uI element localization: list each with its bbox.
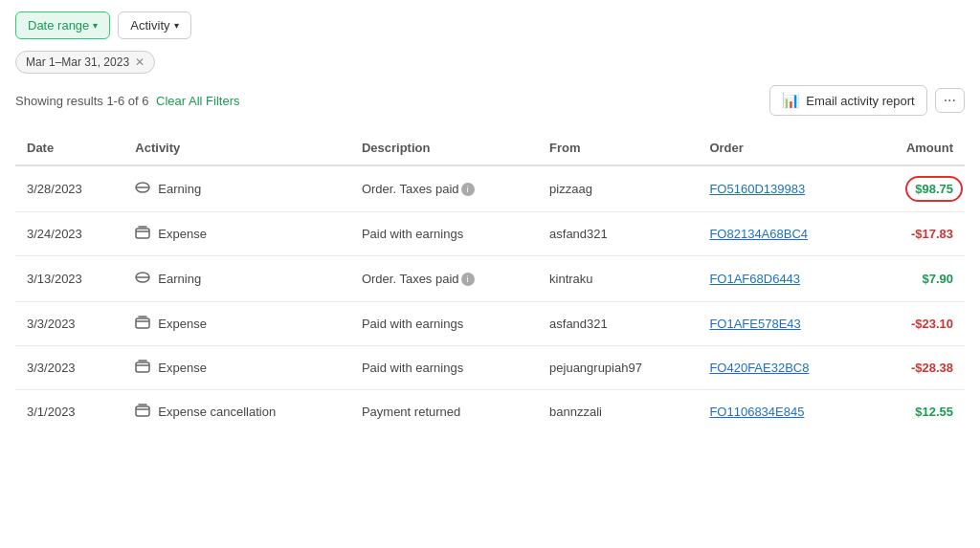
close-icon[interactable]: ✕ — [135, 55, 145, 69]
amount-value: -$28.38 — [911, 361, 953, 375]
cell-date: 3/3/2023 — [15, 346, 123, 390]
cell-description: Paid with earnings — [350, 212, 538, 256]
cell-date: 3/1/2023 — [15, 390, 123, 434]
cell-activity: Expense cancellation — [123, 390, 350, 434]
cell-order[interactable]: FO82134A68BC4 — [698, 212, 867, 256]
cell-amount: -$17.83 — [868, 212, 965, 256]
table-row: 3/3/2023 ExpensePaid with earningsasfand… — [15, 302, 965, 346]
email-report-icon: 📊 — [782, 92, 800, 109]
table-row: 3/1/2023 Expense cancellationPayment ret… — [15, 390, 965, 434]
cell-from: pizzaag — [538, 165, 698, 212]
col-order: Order — [698, 131, 867, 165]
cell-description: Order. Taxes paidi — [350, 256, 538, 302]
col-from: From — [538, 131, 698, 165]
cell-order[interactable]: FO420FAE32BC8 — [698, 346, 867, 390]
right-actions: 📊 Email activity report ··· — [769, 85, 965, 116]
results-summary: Showing results 1-6 of 6 Clear All Filte… — [15, 94, 240, 108]
col-description: Description — [350, 131, 538, 165]
expense-icon — [135, 316, 150, 332]
info-icon[interactable]: i — [461, 183, 475, 196]
col-amount: Amount — [868, 131, 965, 165]
amount-value: $7.90 — [922, 272, 953, 286]
order-link[interactable]: FO1106834E845 — [709, 405, 804, 419]
cell-amount: -$23.10 — [868, 302, 965, 346]
activity-label: Expense — [158, 317, 207, 331]
amount-value: -$17.83 — [911, 227, 953, 241]
cell-order[interactable]: FO1AFE578E43 — [698, 302, 867, 346]
cell-date: 3/13/2023 — [15, 256, 123, 302]
chevron-down-icon: ▾ — [174, 20, 179, 31]
cell-amount: $12.55 — [868, 390, 965, 434]
active-filters-row: Mar 1–Mar 31, 2023 ✕ — [15, 51, 965, 74]
col-date: Date — [15, 131, 123, 165]
table-header-row: Date Activity Description From Order Amo… — [15, 131, 965, 165]
clear-all-filters-link[interactable]: Clear All Filters — [156, 94, 239, 108]
activity-table: Date Activity Description From Order Amo… — [15, 131, 965, 433]
date-range-filter-button[interactable]: Date range ▾ — [15, 11, 110, 39]
cell-activity: Earning — [123, 256, 350, 302]
filter-bar: Date range ▾ Activity ▾ — [15, 11, 965, 39]
order-link[interactable]: FO82134A68BC4 — [709, 227, 808, 241]
cell-from: bannzzali — [538, 390, 698, 434]
cell-from: kintraku — [538, 256, 698, 302]
svg-rect-2 — [136, 229, 149, 238]
table-row: 3/3/2023 ExpensePaid with earningspejuan… — [15, 346, 965, 390]
table-row: 3/24/2023 ExpensePaid with earningsasfan… — [15, 212, 965, 256]
expense-icon — [135, 226, 150, 242]
earning-icon — [135, 270, 150, 288]
svg-rect-5 — [136, 318, 149, 328]
cell-from: asfand321 — [538, 212, 698, 256]
cell-date: 3/24/2023 — [15, 212, 123, 256]
amount-value: $12.55 — [915, 405, 953, 419]
more-icon: ··· — [944, 92, 956, 108]
more-options-button[interactable]: ··· — [935, 88, 965, 113]
cell-description: Paid with earnings — [350, 302, 538, 346]
svg-rect-7 — [136, 406, 149, 416]
cell-description: Payment returned — [350, 390, 538, 434]
activity-label: Expense cancellation — [158, 405, 276, 419]
expense-icon — [135, 404, 150, 420]
activity-label: Earning — [158, 272, 201, 286]
cell-description: Paid with earnings — [350, 346, 538, 390]
table-row: 3/28/2023 EarningOrder. Taxes paidipizza… — [15, 165, 965, 212]
info-icon[interactable]: i — [461, 273, 475, 286]
cell-activity: Expense — [123, 212, 350, 256]
cell-amount: -$28.38 — [868, 346, 965, 390]
email-report-label: Email activity report — [806, 94, 914, 108]
activity-label: Activity — [130, 18, 169, 33]
highlighted-amount: $98.75 — [915, 182, 953, 196]
active-filter-value: Mar 1–Mar 31, 2023 — [26, 55, 129, 69]
cell-date: 3/28/2023 — [15, 165, 123, 212]
svg-rect-6 — [136, 362, 149, 372]
activity-label: Earning — [158, 182, 201, 196]
cell-amount: $98.75 — [868, 165, 965, 212]
cell-order[interactable]: FO1106834E845 — [698, 390, 867, 434]
email-report-button[interactable]: 📊 Email activity report — [769, 85, 926, 116]
expense-icon — [135, 360, 150, 376]
table-row: 3/13/2023 EarningOrder. Taxes paidikintr… — [15, 256, 965, 302]
cell-activity: Expense — [123, 302, 350, 346]
amount-value: -$23.10 — [911, 317, 953, 331]
activity-label: Expense — [158, 227, 207, 241]
cell-order[interactable]: FO5160D139983 — [698, 165, 867, 212]
cell-description: Order. Taxes paidi — [350, 165, 538, 212]
active-filter-tag[interactable]: Mar 1–Mar 31, 2023 ✕ — [15, 51, 155, 74]
cell-from: asfand321 — [538, 302, 698, 346]
cell-activity: Earning — [123, 165, 350, 212]
cell-activity: Expense — [123, 346, 350, 390]
results-bar: Showing results 1-6 of 6 Clear All Filte… — [15, 85, 965, 116]
activity-filter-button[interactable]: Activity ▾ — [118, 11, 190, 39]
cell-order[interactable]: FO1AF68D6443 — [698, 256, 867, 302]
cell-amount: $7.90 — [868, 256, 965, 302]
cell-from: pejuangrupiah97 — [538, 346, 698, 390]
earning-icon — [135, 180, 150, 198]
order-link[interactable]: FO5160D139983 — [709, 182, 805, 196]
activity-label: Expense — [158, 361, 207, 375]
cell-date: 3/3/2023 — [15, 302, 123, 346]
date-range-label: Date range — [28, 18, 89, 33]
order-link[interactable]: FO1AF68D6443 — [709, 272, 800, 286]
chevron-down-icon: ▾ — [93, 20, 98, 31]
col-activity: Activity — [123, 131, 350, 165]
order-link[interactable]: FO420FAE32BC8 — [709, 361, 809, 375]
order-link[interactable]: FO1AFE578E43 — [709, 317, 800, 331]
